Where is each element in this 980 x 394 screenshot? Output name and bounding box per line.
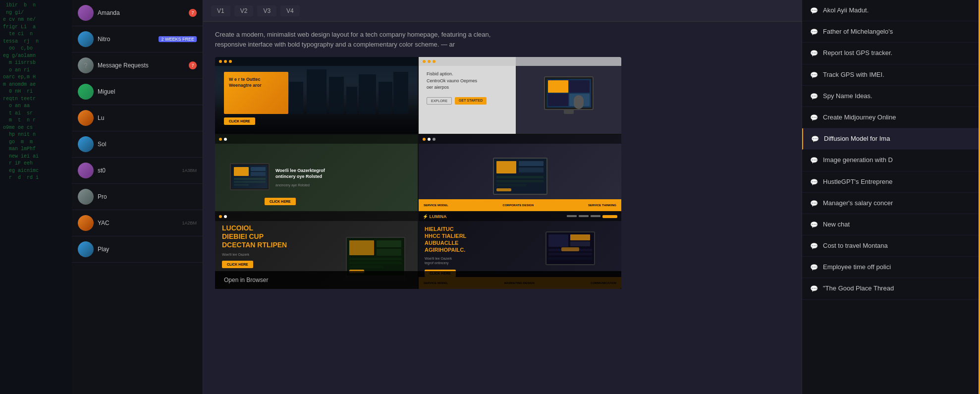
main-header: V1 V2 V3 V4 [203,0,802,22]
avatar [78,241,94,257]
svg-rect-26 [349,240,374,255]
sidebar-item-message-requests[interactable]: ? Message Requests 7 [72,53,203,79]
laptop-screen [346,237,405,277]
mini-block-2 [569,80,590,93]
chat-icon: 💬 [810,7,818,15]
cell3-monitor [230,163,270,190]
sidebar-item-spy[interactable]: 💬 Spy Name Ideas. [802,86,980,107]
svg-rect-16 [234,184,249,186]
nav-item-content: st0 [98,167,180,174]
hero-card-text: W e r te OuttecWeenagtre aror [229,77,283,88]
sidebar-item-nitro[interactable]: Nitro 2 WEEKS FREE [72,26,203,53]
cell2-btn1[interactable]: EXPLORE [427,97,452,105]
nav-item-title: Lu [98,114,197,121]
main-content: V1 V2 V3 V4 Create a modern, minimalist … [203,0,802,394]
cell4-monitor-area [493,158,547,195]
sidebar-item-midjourney[interactable]: 💬 Create Midjourney Online [802,107,980,128]
cell4-screen-svg [494,159,546,194]
timestamp: 1A2BM [182,221,197,225]
cell3-text: Woe!li lee Oazerktegrofontincery oye Rol… [270,154,418,192]
sidebar-item-gps-track[interactable]: 💬 Track GPS with IMEI. [802,64,980,86]
cell1-topbar [215,57,418,66]
sidebar-item-dm-st0[interactable]: st0 1A3BM [72,158,203,184]
tab-v4[interactable]: V4 [280,5,300,16]
sidebar-item-good-place[interactable]: 💬 "The Good Place Thread [802,278,980,299]
chat-icon: 💬 [810,50,818,57]
sidebar-item-akol[interactable]: 💬 Akol Ayii Madut. [802,0,980,21]
avatar [78,136,94,152]
nav-dash [567,215,577,217]
tab-v3[interactable]: V3 [257,5,276,16]
sidebar-item-dm-play[interactable]: Play [72,236,203,263]
monitor-screen [546,79,591,108]
avatar [78,163,94,178]
sidebar-item-text: "The Good Place Thread [823,284,894,293]
svg-rect-39 [548,257,592,260]
tab-v1[interactable]: V1 [211,5,230,16]
sidebar-item-dm-yac[interactable]: YAC 1A2BM [72,210,203,236]
middle-chat-panel: Amanda 7 Nitro 2 WEEKS FREE ? [72,0,203,394]
cell5-btn[interactable]: CLICK HERE [222,261,253,268]
nav-item-title: Pro [98,193,197,200]
main-body: Create a modern, minimalist web design l… [203,22,802,394]
sidebar-item-hustle[interactable]: 💬 HustleGPT's Entreprene [802,171,980,193]
cell4-topbar [419,135,621,144]
nav-item-content: Message Requests [98,62,189,69]
dot1 [423,138,426,141]
svg-rect-38 [548,253,592,255]
cell1-btn[interactable]: CLICK HERE [224,117,255,125]
sidebar-item-text: Akol Ayii Madut. [823,6,869,15]
sidebar-item-dm-pro[interactable]: Pro [72,184,203,210]
svg-rect-23 [496,184,526,186]
sidebar-item-dm-miguel[interactable]: Miguel [72,79,203,105]
cell3-btn[interactable]: CLICK HERE [265,198,296,205]
cell2-btn2[interactable]: GET STARTED [455,97,487,105]
nav-cta[interactable] [602,215,617,218]
mouse [574,95,584,109]
sidebar-item-manager[interactable]: 💬 Manager's salary concer [802,193,980,214]
version-tabs: V1 V2 V3 V4 [211,5,300,16]
svg-rect-7 [346,87,357,114]
chat-icon: 💬 [811,135,819,143]
sidebar-item-text: Image generation with D [823,156,893,165]
tab-v2[interactable]: V2 [234,5,254,16]
svg-rect-8 [359,74,376,114]
svg-rect-27 [377,240,401,247]
svg-rect-11 [234,167,249,176]
chat-icon: 💬 [810,28,818,36]
nav-dash [579,215,589,217]
sidebar-item-new-chat[interactable]: 💬 New chat [802,214,980,235]
chat-icon: 💬 [810,242,818,250]
mini-block-1 [548,80,568,93]
svg-rect-22 [496,180,544,182]
svg-rect-30 [349,262,402,264]
bottombar-col1: SERVICE MODEL [424,204,448,207]
monitor-stand [564,110,574,114]
sidebar-item-dm-sol[interactable]: Sol [72,131,203,158]
sidebar-item-text: Diffusion Model for Ima [824,134,890,143]
image-grid-wrapper: W e r te OuttecWeenagtre aror CLICK HERE… [215,57,621,289]
svg-rect-29 [349,258,402,260]
sidebar-item-text: Create Midjourney Online [823,113,896,122]
sidebar-item-gps-lost[interactable]: 💬 Report lost GPS tracker. [802,43,980,64]
sidebar-item-father[interactable]: 💬 Father of Michelangelo's [802,21,980,43]
sidebar-item-diffusion[interactable]: 💬 Diffusion Model for Ima [802,128,980,150]
avatar [78,110,94,126]
open-in-browser-text[interactable]: Open in Browser [224,277,268,283]
cell5-topbar [215,212,418,221]
nav-item-title: Amanda [98,9,189,16]
cell3-monitor-holder [222,163,270,190]
chat-icon: 💬 [810,221,818,229]
cell2-monitor-area [516,57,621,134]
sidebar-item-cost[interactable]: 💬 Cost to travel Montana [802,235,980,257]
mini-block-3 [548,94,568,106]
sidebar-item-amanda[interactable]: Amanda 7 [72,0,203,26]
cell2-topbar [419,57,621,66]
sidebar-item-dm-lu[interactable]: Lu [72,105,203,131]
badge: 7 [189,9,197,17]
sidebar-item-image-gen[interactable]: 💬 Image generation with D [802,150,980,171]
chat-icon: 💬 [810,114,818,122]
sidebar-item-time-off[interactable]: 💬 Employee time off polici [802,257,980,278]
cell6-title: HIELAITUCHHCC TIALIERLAUBUACLLEAGIRIHOPA… [425,226,518,253]
sidebar-item-text: Father of Michelangelo's [823,27,893,36]
